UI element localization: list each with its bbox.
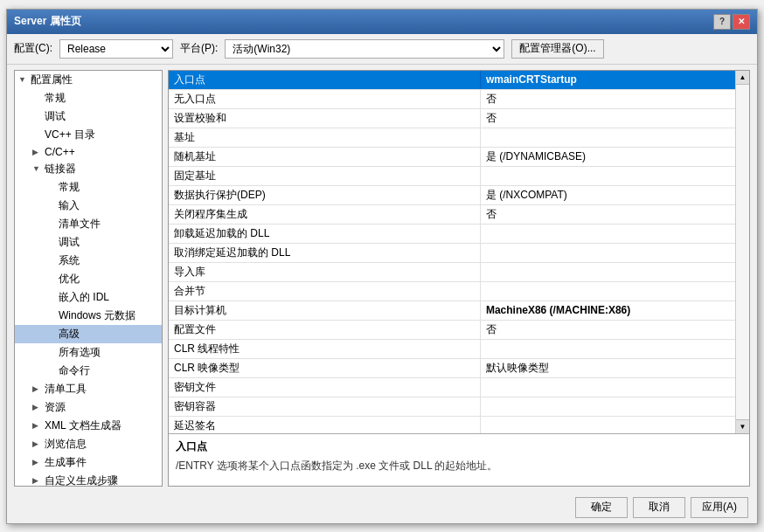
tree-item-lj-youhua[interactable]: 优化 — [15, 270, 162, 288]
tree-item-xml[interactable]: ▶ XML 文档生成器 — [15, 417, 162, 435]
table-row[interactable]: CLR 映像类型默认映像类型 — [169, 358, 735, 377]
table-row[interactable]: 关闭程序集生成否 — [169, 204, 735, 224]
tree-item-label: 链接器 — [45, 162, 76, 176]
table-row[interactable]: 卸载延迟加载的 DLL — [169, 224, 735, 243]
prop-name: 关闭程序集生成 — [169, 204, 480, 224]
tree-item-label: 浏览信息 — [45, 437, 87, 452]
prop-name: 延迟签名 — [169, 416, 480, 433]
table-row[interactable]: 目标计算机MachineX86 (/MACHINE:X86) — [169, 301, 735, 320]
scroll-up-button[interactable]: ▲ — [736, 71, 749, 85]
table-row[interactable]: 延迟签名 — [169, 416, 735, 433]
table-row[interactable]: 导入库 — [169, 262, 735, 281]
table-row[interactable]: 取消绑定延迟加载的 DLL — [169, 243, 735, 262]
tree-item-lj-xitong[interactable]: 系统 — [15, 252, 162, 270]
tree-item-ccpp[interactable]: ▶ C/C++ — [15, 144, 162, 160]
tree-panel: ▼ 配置属性 常规 调试 VC++ 目录 ▶ C/C++ ▼ 链接器 — [14, 70, 163, 487]
prop-name: 基址 — [169, 128, 480, 147]
prop-value: 否 — [480, 204, 735, 224]
prop-value — [480, 128, 735, 147]
table-row[interactable]: 无入口点否 — [169, 89, 735, 108]
platform-select[interactable]: 活动(Win32) — [225, 39, 504, 59]
tree-item-shengcheng[interactable]: ▶ 生成事件 — [15, 453, 162, 472]
tree-item-lj-suoyouxuan[interactable]: 所有选项 — [15, 343, 162, 362]
tree-item-tiao-shi[interactable]: 调试 — [15, 107, 162, 126]
prop-name: 数据执行保护(DEP) — [169, 185, 480, 204]
prop-name: 无入口点 — [169, 89, 480, 108]
config-manager-button[interactable]: 配置管理器(O)... — [511, 39, 603, 59]
prop-value: 是 (/NXCOMPAT) — [480, 185, 735, 204]
description-panel: 入口点 /ENTRY 选项将某个入口点函数指定为 .exe 文件或 DLL 的起… — [169, 433, 749, 486]
table-row[interactable]: 随机基址是 (/DYNAMICBASE) — [169, 147, 735, 166]
scroll-down-button[interactable]: ▼ — [736, 419, 749, 433]
tree-item-label: Windows 元数据 — [59, 308, 135, 323]
tree-item-lj-minglinghang[interactable]: 命令行 — [15, 362, 162, 380]
help-button[interactable]: ? — [713, 14, 731, 30]
config-select[interactable]: Release — [59, 39, 173, 59]
table-row[interactable]: 入口点wmainCRTStartup — [169, 71, 735, 90]
table-row[interactable]: 固定基址 — [169, 166, 735, 185]
toggle-icon: ▶ — [32, 384, 45, 393]
prop-name: 卸载延迟加载的 DLL — [169, 224, 480, 243]
tree-item-lj-tiaoshi[interactable]: 调试 — [15, 233, 162, 252]
tree-item-lj-changgui[interactable]: 常规 — [15, 178, 162, 197]
tree-item-qingdan-gj[interactable]: ▶ 清单工具 — [15, 380, 162, 398]
table-row[interactable]: CLR 线程特性 — [169, 339, 735, 358]
cancel-button[interactable]: 取消 — [633, 497, 685, 518]
toggle-icon: ▶ — [32, 403, 45, 411]
tree-item-label: 清单文件 — [59, 217, 101, 231]
tree-item-label: 资源 — [45, 400, 66, 415]
prop-name: 固定基址 — [169, 166, 480, 185]
ok-button[interactable]: 确定 — [575, 497, 628, 518]
prop-value — [480, 166, 735, 185]
tree-item-lj-winmeta[interactable]: Windows 元数据 — [15, 307, 162, 325]
table-row[interactable]: 密钥文件 — [169, 377, 735, 397]
question-icon: ? — [719, 17, 725, 26]
prop-name: 密钥容器 — [169, 397, 480, 416]
tree-item-lianjieqi[interactable]: ▼ 链接器 — [15, 160, 162, 178]
tree-item-lj-qingdan[interactable]: 清单文件 — [15, 215, 162, 233]
props-panel: 入口点wmainCRTStartup无入口点否设置校验和否基址随机基址是 (/D… — [168, 70, 750, 487]
tree-item-label: 高级 — [59, 327, 80, 342]
toggle-icon: ▶ — [32, 458, 45, 466]
prop-value: 否 — [480, 108, 735, 128]
prop-name: CLR 映像类型 — [169, 358, 480, 377]
tree-item-label: 清单工具 — [45, 382, 87, 397]
close-icon: ✕ — [738, 17, 745, 26]
tree-item-label: 常规 — [45, 91, 66, 106]
prop-name: 目标计算机 — [169, 301, 480, 320]
tree-item-lj-qianru[interactable]: 嵌入的 IDL — [15, 288, 162, 307]
tree-item-label: 命令行 — [59, 363, 90, 378]
tree-item-label: C/C++ — [45, 146, 75, 158]
table-row[interactable]: 设置校验和否 — [169, 108, 735, 128]
description-title: 入口点 — [176, 439, 742, 454]
close-button[interactable]: ✕ — [733, 14, 750, 30]
tree-item-pei-zhi[interactable]: ▼ 配置属性 — [15, 71, 162, 89]
tree-item-label: 调试 — [59, 235, 80, 250]
tree-item-liulan[interactable]: ▶ 浏览信息 — [15, 435, 162, 453]
tree-item-vc-mulu[interactable]: VC++ 目录 — [15, 126, 162, 144]
title-text: Server 属性页 — [14, 14, 81, 29]
prop-value: MachineX86 (/MACHINE:X86) — [480, 301, 735, 320]
toggle-icon: ▼ — [18, 75, 31, 84]
tree-item-ziyuan[interactable]: ▶ 资源 — [15, 398, 162, 417]
bottom-bar: 确定 取消 应用(A) — [7, 492, 757, 523]
scrollbar[interactable]: ▲ ▼ — [735, 71, 749, 433]
table-row[interactable]: 基址 — [169, 128, 735, 147]
tree-item-label: 常规 — [59, 180, 80, 195]
prop-value — [480, 243, 735, 262]
toggle-icon: ▶ — [32, 148, 45, 156]
apply-button[interactable]: 应用(A) — [691, 497, 748, 518]
prop-name: 随机基址 — [169, 147, 480, 166]
table-row[interactable]: 数据执行保护(DEP)是 (/NXCOMPAT) — [169, 185, 735, 204]
table-row[interactable]: 合并节 — [169, 281, 735, 301]
tree-item-zdy[interactable]: ▶ 自定义生成步骤 — [15, 472, 162, 487]
prop-value: 默认映像类型 — [480, 358, 735, 377]
table-row[interactable]: 密钥容器 — [169, 397, 735, 416]
tree-item-chang-gui[interactable]: 常规 — [15, 89, 162, 107]
tree-item-lj-gaoji[interactable]: 高级 — [15, 325, 162, 343]
table-row[interactable]: 配置文件否 — [169, 320, 735, 339]
toolbar: 配置(C): Release 平台(P): 活动(Win32) 配置管理器(O)… — [7, 34, 757, 65]
tree-item-lj-shuru[interactable]: 输入 — [15, 197, 162, 215]
dialog: Server 属性页 ? ✕ 配置(C): Release 平台(P): 活动(… — [6, 9, 758, 524]
prop-value — [480, 339, 735, 358]
